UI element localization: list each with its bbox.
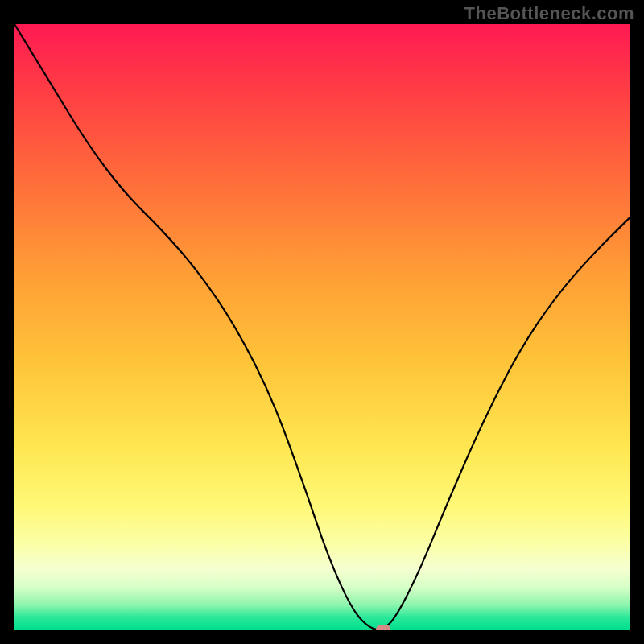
- plot-area: [14, 24, 630, 630]
- optimal-point-marker: [376, 625, 390, 630]
- chart-container: TheBottleneck.com: [0, 0, 644, 644]
- bottleneck-curve: [14, 24, 630, 630]
- watermark-text: TheBottleneck.com: [464, 3, 634, 24]
